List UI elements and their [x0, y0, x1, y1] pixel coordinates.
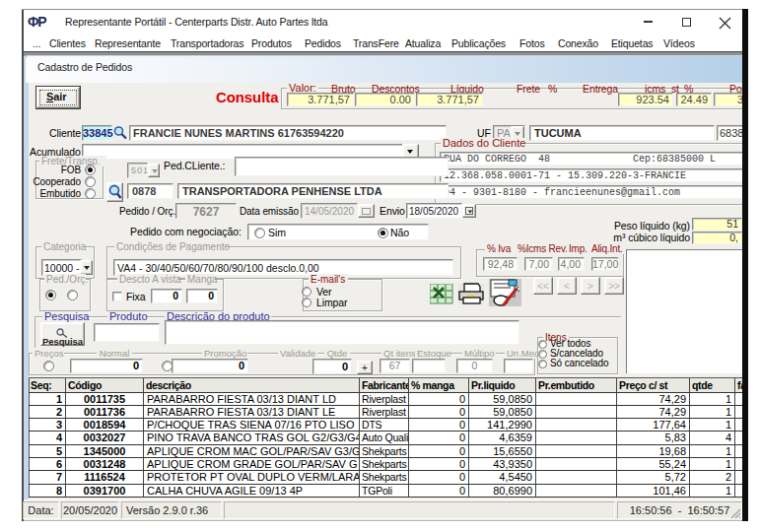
svg-text:ΦP: ΦP — [28, 14, 46, 30]
